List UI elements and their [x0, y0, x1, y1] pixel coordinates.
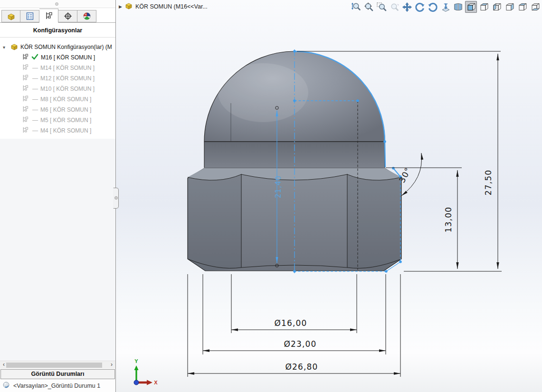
part-icon — [125, 2, 133, 11]
dim-mid-dia: Ø23,00 — [284, 339, 316, 349]
config-label: M8 [ KÖR SOMUN ] — [40, 96, 91, 103]
view-bottom-icon[interactable] — [529, 1, 541, 13]
rotate-view-icon[interactable] — [414, 1, 426, 13]
flyout-expand-icon[interactable]: ▶ — [119, 4, 122, 9]
config-icon — [22, 64, 29, 72]
config-label: M4 [ KÖR SOMUN ] — [40, 127, 91, 134]
config-label: M6 [ KÖR SOMUN ] — [40, 106, 91, 113]
config-row-m5[interactable]: — M5 [ KÖR SOMUN ] — [0, 115, 115, 125]
view-right-icon[interactable] — [504, 1, 515, 13]
horizontal-scrollbar[interactable]: ‹ › — [0, 361, 115, 369]
view-left-icon[interactable] — [491, 1, 503, 13]
config-icon — [22, 105, 29, 114]
dim-hex-height: 13,00 — [444, 207, 453, 233]
panel-lower-area — [0, 139, 115, 361]
display-states-button[interactable]: Görüntü Durumları — [0, 369, 115, 379]
inactive-dash-icon: — — [31, 86, 39, 92]
inactive-dash-icon: — — [31, 65, 39, 71]
display-state-row[interactable]: <Varsayılan>_Görüntü Durumu 1 — [0, 380, 115, 392]
normal-to-icon[interactable] — [439, 1, 451, 13]
expand-arrow-icon[interactable]: ▾ — [3, 45, 10, 50]
triad-x-label: X — [154, 380, 158, 385]
manager-tab-bar — [0, 9, 115, 23]
inactive-dash-icon: — — [31, 75, 39, 82]
active-check-icon — [31, 54, 38, 61]
panel-title: Konfigürasyonlar — [0, 23, 115, 38]
dim-outer-dia: Ø26,80 — [285, 362, 318, 372]
config-row-m12[interactable]: — M12 [ KÖR SOMUN ] — [0, 73, 115, 84]
config-label: M5 [ KÖR SOMUN ] — [40, 117, 91, 124]
config-icon — [22, 74, 29, 83]
inactive-dash-icon: — — [31, 127, 39, 134]
config-label: M12 [ KÖR SOMUN ] — [40, 75, 95, 82]
display-state-sphere-icon — [2, 381, 10, 391]
config-icon — [22, 95, 29, 104]
dim-thread-dia: Ø16,00 — [274, 318, 307, 328]
scroll-right-arrow[interactable]: › — [109, 361, 114, 369]
config-row-m10[interactable]: — M10 [ KÖR SOMUN ] — [0, 84, 115, 94]
display-state-label: <Varsayılan>_Görüntü Durumu 1 — [13, 382, 100, 389]
config-label: M14 [ KÖR SOMUN ] — [40, 65, 95, 71]
config-row-m4[interactable]: — M4 [ KÖR SOMUN ] — [0, 125, 115, 136]
config-row-m16[interactable]: M16 [ KÖR SOMUN ] — [0, 52, 115, 63]
tab-configurationmanager[interactable] — [39, 9, 58, 23]
configuration-manager-panel: Konfigürasyonlar ▾ KÖR SOMUN Konfigürasy… — [0, 0, 116, 392]
config-label: M16 [ KÖR SOMUN ] — [41, 54, 95, 61]
panel-top-splitter[interactable] — [0, 0, 115, 8]
dim-chamfer-angle: 30° — [397, 166, 413, 184]
inactive-dash-icon: — — [31, 96, 39, 103]
config-row-m14[interactable]: — M14 [ KÖR SOMUN ] — [0, 63, 115, 73]
property-list-icon — [26, 12, 34, 20]
triad-y-label: Y — [134, 358, 138, 364]
config-label: M10 [ KÖR SOMUN ] — [40, 86, 95, 92]
model-canvas[interactable]: 21,40 — [116, 0, 542, 392]
graphics-area[interactable]: ▶ KÖR SOMUN (M16<<Var... — [116, 0, 542, 392]
tree-root-row[interactable]: ▾ KÖR SOMUN Konfigürasyon(lar) (M — [0, 42, 115, 52]
dim-total-height: 27,50 — [484, 170, 493, 196]
panel-resize-handle[interactable] — [113, 188, 119, 209]
view-front-icon[interactable] — [465, 1, 477, 13]
configuration-icon — [45, 11, 53, 20]
part-icon — [7, 12, 15, 20]
resize-grip-dot — [114, 196, 118, 200]
tree-root-label: KÖR SOMUN Konfigürasyon(lar) (M — [20, 44, 112, 50]
inactive-dash-icon: — — [31, 117, 39, 124]
roll-view-icon[interactable] — [427, 1, 438, 13]
config-icon — [22, 116, 29, 124]
scrollbar-thumb[interactable] — [6, 363, 102, 368]
tab-displaymanager[interactable] — [77, 10, 96, 22]
part-icon — [10, 43, 18, 52]
config-row-m8[interactable]: — M8 [ KÖR SOMUN ] — [0, 94, 115, 105]
dim-sketch-height[interactable]: 21,40 — [274, 175, 283, 198]
view-back-icon[interactable] — [478, 1, 490, 13]
tab-featuremanager[interactable] — [1, 10, 20, 22]
splitter-grip-dot — [55, 2, 58, 6]
pan-icon[interactable] — [401, 1, 413, 13]
tab-dimxpertmanager[interactable] — [58, 10, 77, 22]
config-row-m6[interactable]: — M6 [ KÖR SOMUN ] — [0, 105, 115, 115]
inactive-dash-icon: — — [31, 106, 39, 113]
coordinate-triad: Y X — [134, 358, 158, 385]
heads-up-view-toolbar — [350, 1, 541, 13]
flyout-feature-tree[interactable]: ▶ KÖR SOMUN (M16<<Var... — [119, 2, 208, 11]
display-sphere-icon — [83, 12, 91, 20]
config-icon — [22, 126, 29, 135]
zoom-to-selection-icon[interactable] — [388, 1, 400, 13]
flyout-document-title: KÖR SOMUN (M16<<Var... — [135, 3, 208, 10]
section-view-icon[interactable] — [452, 1, 464, 13]
config-icon — [22, 53, 29, 62]
zoom-in-out-icon[interactable] — [350, 1, 361, 13]
tab-propertymanager[interactable] — [20, 10, 39, 22]
config-icon — [22, 85, 29, 93]
zoom-to-area-icon[interactable] — [375, 1, 387, 13]
configuration-tree: ▾ KÖR SOMUN Konfigürasyon(lar) (M M16 [ … — [0, 42, 115, 136]
dimxpert-target-icon — [64, 12, 72, 20]
zoom-to-fit-icon[interactable] — [362, 1, 374, 13]
view-top-icon[interactable] — [516, 1, 528, 13]
